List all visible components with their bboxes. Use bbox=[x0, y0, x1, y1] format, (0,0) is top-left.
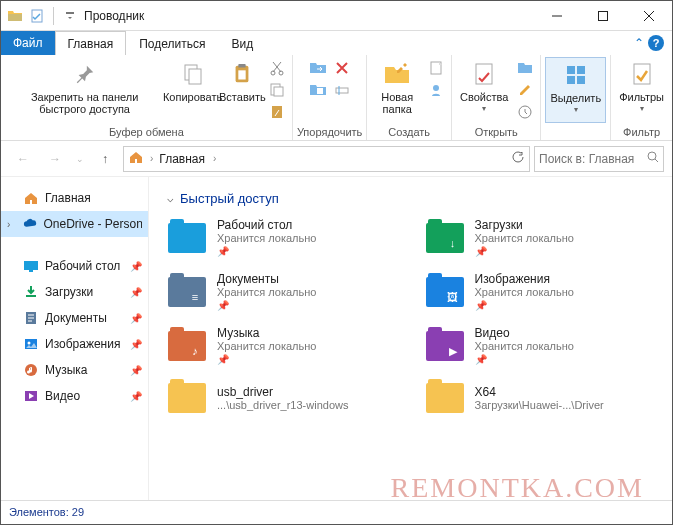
search-box[interactable] bbox=[534, 146, 664, 172]
svg-rect-6 bbox=[239, 64, 246, 68]
chevron-right-icon[interactable]: › bbox=[7, 219, 10, 230]
divider bbox=[53, 7, 54, 25]
qat-dropdown-icon[interactable] bbox=[60, 6, 80, 26]
minimize-button[interactable] bbox=[534, 1, 580, 31]
rename-button[interactable] bbox=[331, 79, 353, 101]
recent-dropdown[interactable]: ⌄ bbox=[73, 145, 87, 173]
item-name: Рабочий стол bbox=[217, 218, 316, 232]
pin-icon: 📌 bbox=[130, 339, 142, 350]
folder-icon: ▶ bbox=[425, 328, 465, 364]
sidebar-item-desktop[interactable]: Рабочий стол📌 bbox=[1, 253, 148, 279]
history-button[interactable] bbox=[514, 101, 536, 123]
pin-icon: 📌 bbox=[130, 391, 142, 402]
list-item[interactable]: ≡ Документы Хранится локально 📌 bbox=[167, 272, 407, 312]
breadcrumb[interactable]: Главная› bbox=[159, 152, 216, 166]
open-group-label: Открыть bbox=[456, 125, 536, 140]
pin-icon: 📌 bbox=[130, 261, 142, 272]
properties-button[interactable]: Свойства▾ bbox=[456, 57, 512, 123]
home-icon bbox=[128, 149, 144, 168]
up-button[interactable]: ↑ bbox=[91, 145, 119, 173]
sidebar-item-home[interactable]: Главная bbox=[1, 185, 148, 211]
filters-button[interactable]: Фильтры▾ bbox=[615, 57, 668, 123]
copy-button[interactable]: Копировать bbox=[166, 57, 219, 123]
paste-button[interactable]: Вставить bbox=[221, 57, 264, 123]
svg-rect-25 bbox=[24, 261, 38, 270]
pin-icon: 📌 bbox=[217, 246, 229, 257]
easy-access-button[interactable] bbox=[425, 79, 447, 101]
refresh-button[interactable] bbox=[511, 150, 525, 167]
list-item[interactable]: ↓ Загрузки Хранится локально 📌 bbox=[425, 218, 665, 258]
clipboard-group-label: Буфер обмена bbox=[5, 125, 288, 140]
item-sub: Хранится локально bbox=[217, 340, 316, 352]
sidebar-item-onedrive[interactable]: › OneDrive - Personal bbox=[1, 211, 148, 237]
sidebar-item-music[interactable]: Музыка📌 bbox=[1, 357, 148, 383]
pin-icon: 📌 bbox=[475, 246, 487, 257]
sidebar-item-downloads[interactable]: Загрузки📌 bbox=[1, 279, 148, 305]
new-item-button[interactable] bbox=[425, 57, 447, 79]
svg-rect-26 bbox=[29, 270, 33, 272]
svg-rect-14 bbox=[336, 88, 348, 93]
select-button[interactable]: Выделить▾ bbox=[545, 57, 606, 123]
copy-to-button[interactable] bbox=[307, 79, 329, 101]
tab-share[interactable]: Поделиться bbox=[126, 31, 218, 55]
pin-icon: 📌 bbox=[475, 300, 487, 311]
open-button[interactable] bbox=[514, 57, 536, 79]
back-button[interactable]: ← bbox=[9, 145, 37, 173]
forward-button[interactable]: → bbox=[41, 145, 69, 173]
svg-rect-17 bbox=[476, 64, 492, 84]
collapse-ribbon-icon[interactable]: ⌃ bbox=[634, 36, 644, 50]
folder-icon bbox=[167, 380, 207, 416]
svg-rect-12 bbox=[272, 106, 282, 118]
item-sub: Хранится локально bbox=[217, 232, 316, 244]
sidebar-item-pictures[interactable]: Изображения📌 bbox=[1, 331, 148, 357]
copy-path-button[interactable] bbox=[266, 79, 288, 101]
sidebar-item-documents[interactable]: Документы📌 bbox=[1, 305, 148, 331]
pin-icon: 📌 bbox=[130, 313, 142, 324]
list-item[interactable]: X64 Загрузки\Huawei-...\Driver bbox=[425, 380, 665, 416]
item-count-value: 29 bbox=[72, 506, 84, 518]
tab-home[interactable]: Главная bbox=[55, 31, 127, 55]
folder-icon bbox=[5, 6, 25, 26]
help-icon[interactable]: ? bbox=[648, 35, 664, 51]
quick-access-header[interactable]: ⌵ Быстрый доступ bbox=[167, 191, 664, 206]
content-area: ⌵ Быстрый доступ Рабочий стол Хранится л… bbox=[149, 177, 672, 500]
list-item[interactable]: Рабочий стол Хранится локально 📌 bbox=[167, 218, 407, 258]
folder-icon: ↓ bbox=[425, 220, 465, 256]
edit-button[interactable] bbox=[514, 79, 536, 101]
folder-icon: ♪ bbox=[167, 328, 207, 364]
svg-rect-22 bbox=[577, 76, 585, 84]
list-item[interactable]: ♪ Музыка Хранится локально 📌 bbox=[167, 326, 407, 366]
search-input[interactable] bbox=[539, 152, 647, 166]
list-item[interactable]: usb_driver ...\usb_driver_r13-windows bbox=[167, 380, 407, 416]
filter-group-label: Фильтр bbox=[615, 125, 668, 140]
cut-button[interactable] bbox=[266, 57, 288, 79]
list-item[interactable]: 🖼 Изображения Хранится локально 📌 bbox=[425, 272, 665, 312]
pin-icon: 📌 bbox=[475, 354, 487, 365]
item-sub: Хранится локально bbox=[475, 232, 574, 244]
address-bar[interactable]: › Главная› bbox=[123, 146, 530, 172]
paste-shortcut-button[interactable] bbox=[266, 101, 288, 123]
pin-icon: 📌 bbox=[130, 287, 142, 298]
new-folder-icon bbox=[383, 59, 411, 89]
folder-icon: ≡ bbox=[167, 274, 207, 310]
qat-properties-icon[interactable] bbox=[27, 6, 47, 26]
pin-icon: 📌 bbox=[217, 300, 229, 311]
list-item[interactable]: ▶ Видео Хранится локально 📌 bbox=[425, 326, 665, 366]
window-title: Проводник bbox=[84, 9, 144, 23]
new-folder-button[interactable]: Новая папка bbox=[371, 57, 423, 123]
pin-quick-access-button[interactable]: Закрепить на панели быстрого доступа bbox=[5, 57, 164, 123]
item-name: Загрузки bbox=[475, 218, 574, 232]
delete-button[interactable] bbox=[331, 57, 353, 79]
close-button[interactable] bbox=[626, 1, 672, 31]
maximize-button[interactable] bbox=[580, 1, 626, 31]
titlebar: Проводник bbox=[1, 1, 672, 31]
item-sub: ...\usb_driver_r13-windows bbox=[217, 399, 348, 411]
create-group-label: Создать bbox=[371, 125, 447, 140]
move-to-button[interactable] bbox=[307, 57, 329, 79]
select-icon bbox=[564, 60, 588, 90]
tab-file[interactable]: Файл bbox=[1, 31, 55, 55]
svg-rect-21 bbox=[567, 76, 575, 84]
sidebar-item-videos[interactable]: Видео📌 bbox=[1, 383, 148, 409]
pin-icon: 📌 bbox=[130, 365, 142, 376]
tab-view[interactable]: Вид bbox=[218, 31, 266, 55]
